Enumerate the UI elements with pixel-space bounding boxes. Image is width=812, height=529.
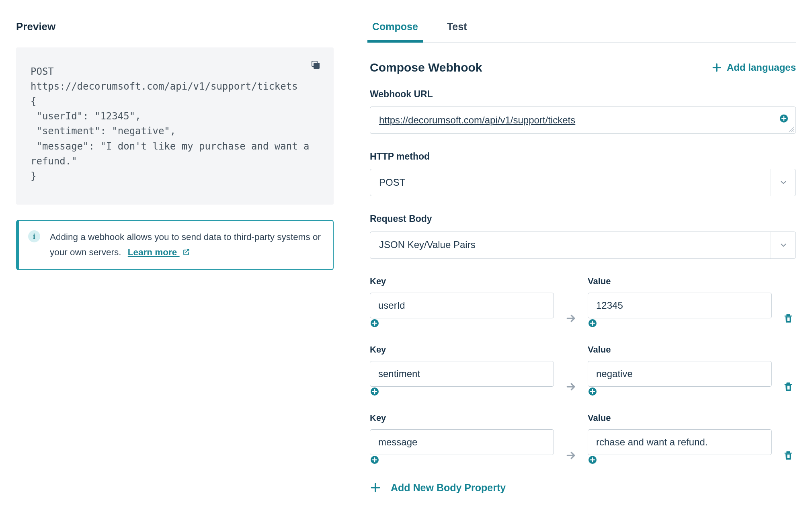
value-label: Value [588,343,772,356]
svg-rect-7 [787,318,788,321]
add-body-property-label: Add New Body Property [391,480,506,495]
plus-circle-icon [588,455,597,465]
svg-rect-14 [789,386,790,390]
plus-circle-icon [370,455,379,465]
svg-rect-19 [789,454,790,458]
plus-circle-icon [370,387,379,396]
http-method-value: POST [379,176,405,190]
insert-variable-button[interactable] [370,457,379,466]
insert-variable-button[interactable] [779,114,789,127]
value-input[interactable] [588,361,772,387]
copy-icon[interactable] [310,59,322,71]
tab-test[interactable]: Test [445,19,470,42]
insert-variable-button[interactable] [588,320,597,330]
learn-more-label: Learn more [128,247,177,257]
plus-icon [370,482,381,493]
add-languages-button[interactable]: Add languages [712,61,796,75]
chevron-down-icon [771,169,796,196]
trash-icon [783,313,794,324]
info-icon: i [28,230,40,242]
value-input[interactable] [588,429,772,455]
svg-rect-18 [788,454,789,458]
add-languages-label: Add languages [727,61,796,75]
value-label: Value [588,412,772,424]
arrow-right-icon [563,443,579,468]
http-method-select[interactable]: POST [370,169,796,196]
request-body-select[interactable]: JSON Key/Value Pairs [370,232,796,259]
section-title: Compose Webhook [370,59,482,76]
learn-more-link[interactable]: Learn more [128,247,190,257]
http-method-label: HTTP method [370,150,796,163]
plus-circle-icon [779,114,789,123]
tab-compose[interactable]: Compose [370,19,420,42]
value-label: Value [588,275,772,288]
external-link-icon [182,248,190,256]
arrow-right-icon [563,374,579,400]
svg-rect-12 [787,386,788,390]
delete-row-button[interactable] [781,306,796,331]
delete-row-button[interactable] [781,374,796,400]
preview-box: POST https://decorumsoft.com/api/v1/supp… [16,47,334,205]
chevron-down-icon [771,232,796,258]
tabs: Compose Test [370,19,796,43]
webhook-url-input[interactable] [370,107,796,134]
trash-icon [783,450,794,461]
key-label: Key [370,275,554,288]
request-body-label: Request Body [370,212,796,226]
insert-variable-button[interactable] [588,457,597,466]
value-input[interactable] [588,293,772,318]
key-label: Key [370,343,554,356]
plus-circle-icon [588,387,597,396]
plus-icon [712,62,722,73]
request-body-value: JSON Key/Value Pairs [379,238,476,252]
key-input[interactable] [370,429,554,455]
add-body-property-button[interactable]: Add New Body Property [370,480,796,495]
arrow-right-icon [563,306,579,331]
trash-icon [783,381,794,392]
plus-circle-icon [370,318,379,328]
preview-code: POST https://decorumsoft.com/api/v1/supp… [31,64,319,184]
svg-rect-9 [789,318,790,321]
plus-circle-icon [588,318,597,328]
delete-row-button[interactable] [781,443,796,468]
insert-variable-button[interactable] [588,389,597,398]
info-text: Adding a webhook allows you to send data… [50,230,323,260]
insert-variable-button[interactable] [370,320,379,330]
svg-rect-13 [788,386,789,390]
preview-heading: Preview [16,19,334,35]
info-callout: i Adding a webhook allows you to send da… [16,220,334,270]
key-input[interactable] [370,361,554,387]
insert-variable-button[interactable] [370,389,379,398]
svg-rect-3 [314,63,320,69]
svg-rect-17 [787,454,788,458]
key-label: Key [370,412,554,424]
body-property-row: Key Value [370,412,796,468]
webhook-url-label: Webhook URL [370,88,796,101]
body-property-row: Key Value [370,343,796,400]
key-input[interactable] [370,293,554,318]
svg-rect-8 [788,318,789,321]
body-property-row: Key Value [370,275,796,331]
